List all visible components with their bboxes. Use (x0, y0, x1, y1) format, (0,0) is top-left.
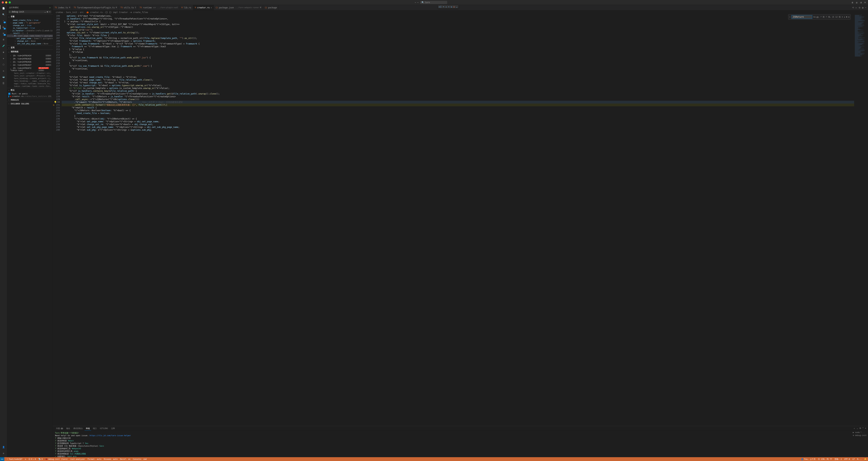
layout-sidebar-left-icon[interactable]: ◧ (851, 1, 854, 4)
maximize-window[interactable] (9, 1, 11, 3)
stack-frame[interactable]: taro_binding::__napi__create_project::{{… (7, 80, 53, 82)
find-expand[interactable]: › (789, 16, 790, 18)
step-over-button[interactable]: ↷ (443, 5, 444, 8)
editor-tab[interactable]: TS index.ts M (53, 5, 72, 10)
breadcrumb-item[interactable]: src (80, 11, 84, 13)
debug-config-selector[interactable]: ▷ debug-init ⌄ ⚙ ⋯ (8, 10, 51, 13)
breadcrumb-item[interactable]: ⚙ create_files (130, 11, 148, 13)
eol-status[interactable]: LF (852, 458, 855, 460)
minimize-window[interactable] (5, 1, 7, 3)
search-activity-icon[interactable]: 🔍 (1, 12, 5, 17)
problems-status[interactable]: ⓧ 0 ⚠ 6 (28, 458, 36, 460)
editor-tab[interactable]: TS TaroComponentsExportsPlugin.ts M (72, 5, 119, 10)
breakpoint-item[interactable]: ● creator.rs crates/taro_init/src 231 (7, 95, 53, 97)
split-right-icon[interactable]: ◨ (862, 6, 863, 9)
bookmarks-icon[interactable]: ◎ (1, 69, 5, 73)
continue-button[interactable]: ▷| (439, 5, 441, 8)
notifications-icon[interactable]: 🔔 (864, 458, 867, 460)
find-input[interactable] (792, 15, 812, 19)
minimap[interactable] (854, 14, 868, 426)
match-case-icon[interactable]: Aa (813, 16, 815, 18)
ports-status[interactable]: 📡 0 (38, 458, 43, 460)
thread-item[interactable]: › 22: tid=24781417已暂停 (7, 63, 53, 66)
nav-back[interactable]: ← (415, 1, 416, 4)
database-icon[interactable]: 🗄 (1, 81, 5, 85)
step-out-button[interactable]: ↑ (448, 5, 450, 8)
nav-forward[interactable]: → (417, 1, 418, 4)
spaces-status[interactable]: 空格: 2 (835, 458, 842, 460)
close-panel-icon[interactable]: ✕ (865, 427, 866, 430)
breadcrumbs[interactable]: crates›taro_init›src›🦀 creator.rs›{} {} … (53, 10, 868, 14)
terminal[interactable]: Taro 即将创建一个新项目!Need help? Go and open is… (53, 431, 868, 457)
lang-status[interactable]: R... (857, 458, 862, 460)
debug-icon[interactable]: ▷1 (1, 25, 5, 29)
panel-tab[interactable]: GITLENS (98, 427, 109, 430)
thread-item[interactable]: › 20: tid=24781415已暂停 (7, 57, 53, 60)
step-into-button[interactable]: ↓ (446, 5, 447, 8)
branch-status[interactable]: ⑂ feat/node18* (7, 458, 22, 460)
scm-icon[interactable]: ⑂2 (1, 19, 5, 23)
remote-explorer-icon[interactable]: 🖥 (1, 37, 5, 42)
blame-status[interactable]: 👤 You, 上个月 (801, 458, 815, 460)
extensions-icon[interactable]: ⊞4 (1, 31, 5, 35)
find-selection[interactable]: ≡ (846, 16, 847, 18)
thread-item[interactable]: › 19: tid=24781414已暂停 (7, 54, 53, 57)
stack-frame[interactable]: taro_binding::create_project::{{closure}… (7, 77, 53, 80)
console-status[interactable]: Console: cmd (133, 458, 147, 460)
github-icon[interactable]: ◉ (1, 50, 5, 54)
breakpoints-section[interactable]: ⌄断点 (7, 88, 53, 92)
settings-icon[interactable]: ⚙ (1, 451, 5, 456)
editor-body[interactable]: › Aa ab .* 第 ? 项, 共 12 项 ↑ ↓ ≡ ✕ 1992002… (53, 14, 868, 426)
layout-customize-icon[interactable]: ⊞ (864, 1, 866, 4)
editor-tab[interactable]: TS utils.ts 5 (119, 5, 138, 10)
deref-status[interactable]: Deref: on (120, 458, 130, 460)
variable-item[interactable]: ⌄result: {...} (7, 32, 53, 34)
close-window[interactable] (2, 1, 4, 3)
gear-icon[interactable]: ⚙ (47, 10, 48, 13)
terminal-dropdown-icon[interactable]: ⌄ (857, 427, 858, 430)
panel-tab[interactable]: 调试控制台 (72, 427, 84, 430)
panel-tab[interactable]: 输出 (65, 427, 71, 430)
panel-tab[interactable]: 端口 (92, 427, 98, 430)
modules-section[interactable]: ›MODULES (7, 98, 53, 102)
format-status[interactable]: Format: auto (88, 458, 101, 460)
restart-button[interactable]: ↻ (451, 5, 452, 8)
find-next[interactable]: ↓ (844, 16, 845, 18)
breadcrumb-item[interactable]: {} {} impl Creator (105, 11, 128, 13)
analyzer-status[interactable]: rust-analyzer (70, 458, 85, 460)
layout-sidebar-right-icon[interactable]: ◨ (860, 1, 862, 4)
remote-button[interactable]: >< (0, 457, 4, 461)
variables-section[interactable]: ⌄变量 (7, 15, 53, 19)
breadcrumb-item[interactable]: 🦀 creator.rs (86, 11, 102, 13)
editor-tab[interactable]: {} package (263, 5, 279, 10)
stack-frame[interactable]: taro_init::project::Project::create::{{c… (7, 75, 53, 77)
split-terminal-icon[interactable]: ⧉ (860, 427, 861, 430)
breakpoint-item[interactable]: Rust: on panic (7, 92, 53, 95)
stop-button[interactable]: □ (454, 5, 455, 8)
debug-status[interactable]: 🐞 debug-init (taro) (45, 458, 68, 460)
panel-tab[interactable]: 注释 (110, 427, 116, 430)
match-word-icon[interactable]: ab (816, 16, 818, 18)
code-content[interactable]: options: &"k">mut "t">CreateOptions, js_… (62, 14, 854, 426)
editor-tab[interactable]: TS runtime son .../taro-plugin-vue3 (138, 5, 180, 10)
stack-frame[interactable]: taro_init::creator::Creator::create_file… (7, 72, 53, 75)
terminal-instance[interactable]: ▶ node T... (853, 431, 867, 434)
project-icon[interactable]: ⬡ (1, 62, 5, 67)
variable-item[interactable]: ›page_name: "/.gitignore" (7, 22, 53, 24)
watch-section[interactable]: ⌄监视 (7, 46, 53, 50)
position-status[interactable]: 行 230, 列 77 (818, 458, 832, 460)
compare-icon[interactable]: ⟲ (852, 6, 854, 9)
find-close[interactable]: ✕ (848, 16, 849, 18)
variable-item[interactable]: ›set_page_name: Some("/.gitignore") (7, 37, 53, 40)
variable-item[interactable]: need_create_file: true (7, 19, 53, 22)
variable-item[interactable]: is_typescript: true (7, 27, 53, 29)
editor-tab[interactable]: {} package.json .../taro-webpack-runner … (214, 5, 263, 10)
editor-tab[interactable]: R lib.rs (180, 5, 193, 10)
thread-item[interactable]: › 21: tid=24781416已暂停 (7, 60, 53, 63)
panel-tab[interactable]: 问题6 (55, 427, 65, 430)
encoding-status[interactable]: UTF-8 (844, 458, 850, 460)
variable-item[interactable]: ›js_handler: {handle:(refs:2,weak:1) {..… (7, 29, 53, 32)
variable-item[interactable]: change_ext: true (7, 24, 53, 27)
command-center[interactable]: 🔍 taro (420, 1, 447, 4)
maximize-panel-icon[interactable]: ⌃ (863, 427, 864, 430)
